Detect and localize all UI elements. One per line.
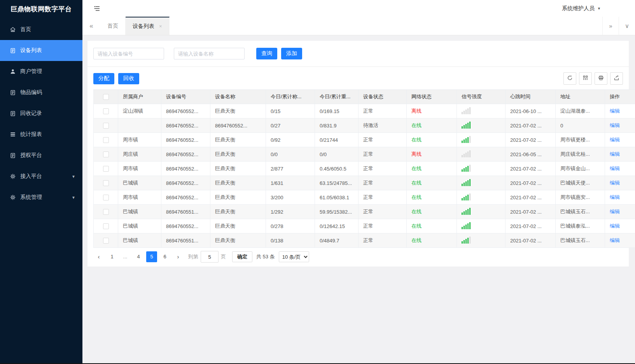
sidebar-item-item-code[interactable]: 物品编码: [0, 82, 82, 103]
edit-link[interactable]: 编辑: [610, 165, 620, 171]
total-count: 共 53 条: [256, 253, 275, 260]
sidebar-item-access-platform[interactable]: 接入平台▼: [0, 166, 82, 187]
heartbeat-cell: 2021-07-02 ...: [506, 162, 556, 176]
device-status-cell: 正常: [359, 162, 407, 176]
merchant-cell: 巴城镇: [118, 176, 161, 190]
page-size-select[interactable]: 10 条/页: [279, 251, 309, 262]
tab-device-list[interactable]: 设备列表 ×: [126, 17, 170, 35]
heartbeat-cell: 2021-07-02 ...: [506, 176, 556, 190]
weight-cell: 0.45/6050.5: [315, 162, 359, 176]
sidebar-item-system-mgmt[interactable]: 系统管理▼: [0, 187, 82, 208]
row-checkbox[interactable]: [103, 180, 109, 186]
device-name-input[interactable]: [174, 48, 245, 59]
row-checkbox[interactable]: [103, 137, 109, 143]
tabs-scroll-right-icon[interactable]: »: [602, 17, 619, 35]
table-toolbar: 分配 回收: [93, 72, 623, 85]
sidebar-item-label: 接入平台: [20, 173, 42, 180]
prev-page-icon[interactable]: ‹: [93, 251, 104, 262]
action-cell: 编辑: [605, 205, 635, 219]
columns-icon: [583, 75, 588, 82]
edit-link[interactable]: 编辑: [610, 122, 620, 128]
device-no-cell: 8694760552...: [161, 118, 210, 133]
signal-strength-cell: [457, 219, 506, 233]
weight-cell: 0/4849.7: [315, 233, 359, 248]
count-cell: 0/0: [266, 147, 315, 162]
table-row: 周市镇8694760552...巨鼎天衡3/20061.05/6038.1正常在…: [94, 190, 635, 205]
sidebar-item-home[interactable]: 首页: [0, 19, 82, 40]
edit-link[interactable]: 编辑: [610, 209, 620, 214]
edit-link[interactable]: 编辑: [610, 151, 620, 157]
column-header: 网络状态: [407, 90, 457, 104]
table-tool-icons: [561, 72, 623, 85]
count-cell: 1/292: [266, 205, 315, 219]
sidebar-item-auth-platform[interactable]: 授权平台: [0, 145, 82, 166]
address-cell: 巴城镇玉石...: [556, 233, 605, 248]
heartbeat-cell: 2021-06-05 ...: [506, 147, 556, 162]
tabs-scroll-left-icon[interactable]: «: [82, 17, 100, 35]
column-header: 操作: [605, 90, 635, 104]
select-all-checkbox[interactable]: [103, 94, 109, 100]
sidebar-item-label: 系统管理: [20, 194, 42, 201]
row-checkbox[interactable]: [103, 166, 109, 172]
count-cell: 0/27: [266, 118, 315, 133]
row-checkbox[interactable]: [103, 152, 109, 157]
close-icon[interactable]: ×: [159, 23, 162, 29]
page-ellipsis: ...: [120, 251, 131, 262]
row-checkbox[interactable]: [103, 209, 109, 215]
tab-home[interactable]: 首页: [100, 17, 126, 35]
confirm-button[interactable]: 确定: [232, 251, 252, 262]
row-checkbox[interactable]: [103, 123, 109, 129]
count-cell: 0/92: [266, 133, 315, 147]
edit-link[interactable]: 编辑: [610, 137, 620, 143]
sidebar-item-device-list[interactable]: 设备列表: [0, 40, 82, 61]
row-checkbox[interactable]: [103, 108, 109, 114]
gear-icon: [9, 194, 16, 201]
add-button[interactable]: 添加: [281, 48, 302, 59]
signal-bars-icon: [462, 236, 471, 244]
heartbeat-cell: 2021-07-02 ...: [506, 133, 556, 147]
recycle-button[interactable]: 回收: [118, 73, 139, 84]
device-no-cell: 8694760552...: [161, 133, 210, 147]
user-menu[interactable]: 系统维护人员 ▼: [562, 0, 601, 17]
goto-page-input[interactable]: [201, 251, 219, 263]
device-name-cell: 巨鼎天衡: [210, 219, 266, 233]
network-status-cell: 离线: [407, 147, 457, 162]
edit-link[interactable]: 编辑: [610, 194, 620, 200]
address-cell: 淀山湖晟泰...: [556, 104, 605, 118]
print-button[interactable]: [595, 72, 607, 85]
sidebar-collapse-icon[interactable]: [93, 5, 100, 12]
query-button[interactable]: 查询: [256, 48, 277, 59]
page-button-4[interactable]: 4: [133, 251, 144, 262]
columns-button[interactable]: [579, 72, 592, 85]
next-page-icon[interactable]: ›: [173, 251, 184, 262]
page-button-6[interactable]: 6: [159, 251, 170, 262]
refresh-button[interactable]: [563, 72, 576, 85]
device-no-input[interactable]: [93, 48, 164, 59]
sidebar-item-label: 首页: [20, 26, 31, 33]
content-area: 查询 添加 分配 回收 所属商户设备编号设备名称今日/累计称...今日/累计重.…: [82, 35, 635, 363]
row-checkbox[interactable]: [103, 195, 109, 200]
device-status-cell: 正常: [359, 104, 407, 118]
edit-link[interactable]: 编辑: [610, 108, 620, 114]
page-list: 1...456: [107, 251, 173, 262]
sidebar-item-label: 授权平台: [20, 152, 42, 159]
sidebar-item-stat-report[interactable]: 统计报表: [0, 124, 82, 145]
page-button-1[interactable]: 1: [107, 251, 117, 262]
chevron-down-icon: ▼: [597, 7, 601, 10]
edit-link[interactable]: 编辑: [610, 237, 620, 243]
weight-cell: 0/0: [315, 147, 359, 162]
sidebar-item-merchant-mgmt[interactable]: 商户管理: [0, 61, 82, 82]
device-name-cell: 巨鼎天衡: [210, 190, 266, 205]
device-no-cell: 8694760552...: [161, 190, 210, 205]
assign-button[interactable]: 分配: [93, 73, 114, 84]
edit-link[interactable]: 编辑: [610, 223, 620, 229]
print-icon: [598, 75, 604, 82]
edit-link[interactable]: 编辑: [610, 180, 620, 186]
page-button-5[interactable]: 5: [146, 251, 157, 262]
row-checkbox[interactable]: [103, 238, 109, 244]
device-no-cell: 8694760552...: [161, 147, 210, 162]
tabs-menu-icon[interactable]: ∨: [619, 17, 635, 35]
sidebar-item-recycle-record[interactable]: 回收记录: [0, 103, 82, 124]
export-button[interactable]: [610, 72, 623, 85]
row-checkbox[interactable]: [103, 223, 109, 229]
